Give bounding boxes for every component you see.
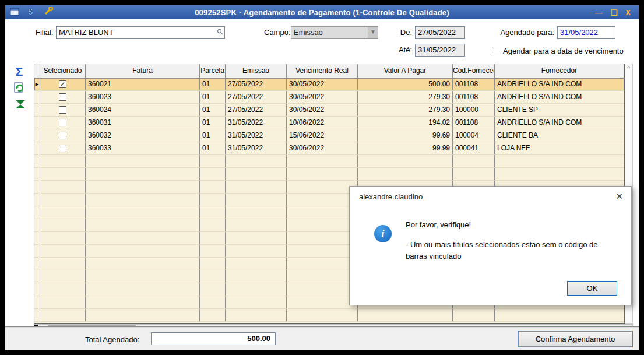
cell-fatura[interactable]: 360023	[86, 91, 200, 103]
close-button[interactable]: X	[625, 8, 631, 17]
cell-emissao[interactable]: 31/05/2022	[226, 129, 287, 142]
campo-dropdown[interactable]: Emissao▼	[291, 26, 378, 39]
column-header-valor[interactable]: Valor A Pagar	[358, 64, 453, 78]
agendado-input[interactable]: 31/05/2022	[557, 26, 615, 39]
table-row[interactable]: 3600240127/05/202230/05/2022279.30100000…	[34, 104, 624, 117]
dialog-close-icon[interactable]: ✕	[615, 191, 623, 202]
row-checkbox[interactable]	[59, 93, 66, 101]
de-label: De:	[393, 27, 412, 38]
grid-header: Selecionado Fatura Parcela Emissão Venci…	[34, 64, 624, 78]
cell-fornecedor[interactable]: ANDRIELLO S/A IND COM	[495, 78, 624, 90]
cell-vencimento[interactable]: 10/06/2022	[287, 117, 358, 129]
maximize-button[interactable]: ❑	[611, 8, 618, 17]
cell-selecionado	[40, 129, 86, 142]
cell-parcela	[200, 309, 226, 321]
cell-valor[interactable]: 279.30	[358, 104, 453, 116]
cell-fornecedor[interactable]: ANDRIELLO S/A IND COM	[495, 117, 624, 129]
cell-valor[interactable]: 500.00	[358, 78, 453, 90]
row-marker	[34, 206, 40, 219]
refresh-legend-icon[interactable]	[12, 82, 26, 96]
sum-icon[interactable]: Σ	[12, 65, 26, 79]
cell-parcela	[200, 270, 226, 283]
cell-fornecedor[interactable]: ANDRIELLO S/A IND COM	[495, 91, 624, 103]
cell-parcela	[200, 232, 226, 244]
cell-fatura[interactable]: 360021	[86, 78, 200, 90]
cell-selecionado	[40, 296, 86, 308]
cell-emissao[interactable]: 27/05/2022	[226, 78, 287, 90]
cell-vencimento[interactable]: 30/05/2022	[287, 78, 358, 90]
cell-vencimento[interactable]: 30/05/2022	[287, 91, 358, 103]
cell-fatura[interactable]: 360024	[86, 104, 200, 116]
row-checkbox[interactable]: ✓	[59, 80, 66, 88]
column-header-parcela[interactable]: Parcela	[200, 64, 226, 78]
cell-cod-fornecedor[interactable]: 001108	[453, 117, 495, 129]
table-row[interactable]: 3600310131/05/202210/06/2022194.02001108…	[34, 117, 624, 129]
cell-vencimento	[287, 309, 358, 321]
cell-parcela[interactable]: 01	[200, 91, 226, 103]
table-row[interactable]: 3600320131/05/202215/06/202299.69100004C…	[34, 129, 624, 142]
cell-cod-fornecedor[interactable]: 100000	[453, 104, 495, 116]
table-row[interactable]: ▶✓3600210127/05/202230/05/2022500.000011…	[34, 78, 624, 91]
cell-vencimento[interactable]: 15/06/2022	[287, 129, 358, 142]
chevron-down-icon[interactable]: ▼	[368, 27, 378, 38]
cell-fornecedor[interactable]: LOJA NFE	[495, 142, 624, 154]
cell-fornecedor[interactable]: CLIENTE BA	[495, 129, 624, 142]
cell-valor[interactable]: 194.02	[358, 117, 453, 129]
cell-vencimento[interactable]: 30/06/2022	[287, 142, 358, 154]
cell-parcela[interactable]: 01	[200, 104, 226, 116]
confirm-schedule-button[interactable]: Confirma Agendamento	[518, 331, 632, 347]
cell-valor[interactable]: 99.69	[358, 129, 453, 142]
cell-emissao[interactable]: 31/05/2022	[226, 142, 287, 154]
cell-parcela[interactable]: 01	[200, 117, 226, 129]
column-header-selecionado[interactable]: Selecionado	[40, 64, 86, 78]
column-header-emissao[interactable]: Emissão	[226, 64, 287, 78]
cell-fatura[interactable]: 360032	[86, 129, 200, 142]
cell-valor[interactable]: 99.99	[358, 142, 453, 154]
de-input[interactable]: 27/05/2022	[415, 26, 465, 39]
minimize-button[interactable]: —	[595, 8, 603, 17]
cell-selecionado	[40, 232, 86, 244]
column-header-marker	[34, 64, 40, 78]
cell-emissao[interactable]: 31/05/2022	[226, 117, 287, 129]
cell-cod-fornecedor[interactable]: 000041	[453, 142, 495, 154]
row-marker	[34, 245, 40, 257]
filial-input[interactable]: MATRIZ BLUNT	[56, 26, 225, 39]
row-checkbox[interactable]	[59, 106, 66, 114]
cell-parcela[interactable]: 01	[200, 142, 226, 154]
row-checkbox[interactable]	[59, 132, 66, 139]
table-row[interactable]: 3600330131/05/202230/06/202299.99000041L…	[34, 142, 624, 155]
cell-emissao[interactable]: 27/05/2022	[226, 104, 287, 116]
cell-selecionado	[40, 104, 86, 116]
cell-parcela[interactable]: 01	[200, 78, 226, 90]
cell-valor[interactable]: 279.30	[358, 91, 453, 103]
scroll-up-icon[interactable]: ^	[625, 64, 632, 72]
row-marker	[34, 155, 40, 167]
cell-cod-fornecedor[interactable]: 001108	[453, 78, 495, 90]
column-header-fornecedor[interactable]: Fornecedor	[495, 64, 624, 78]
vencimento-checkbox[interactable]	[492, 47, 499, 54]
cell-emissao[interactable]: 27/05/2022	[226, 91, 287, 103]
cell-fatura	[86, 206, 200, 219]
cell-cod-fornecedor[interactable]: 001108	[453, 91, 495, 103]
column-header-vencimento[interactable]: Vencimento Real	[287, 64, 358, 78]
ate-input[interactable]: 31/05/2022	[415, 44, 465, 57]
cell-selecionado	[40, 181, 86, 193]
cell-vencimento[interactable]: 30/05/2022	[287, 104, 358, 116]
cell-parcela[interactable]: 01	[200, 129, 226, 142]
filter-icon[interactable]	[13, 100, 27, 114]
cell-cod-fornecedor[interactable]: 100004	[453, 129, 495, 142]
magnifier-icon[interactable]	[217, 28, 223, 37]
cell-fatura[interactable]: 360031	[86, 117, 200, 129]
row-checkbox[interactable]	[59, 119, 66, 126]
table-row[interactable]: 3600230127/05/202230/05/2022279.30001108…	[34, 91, 624, 104]
ok-button[interactable]: OK	[567, 281, 617, 296]
column-header-cod-fornecedor[interactable]: Cód.Fornecedor	[453, 64, 495, 78]
cell-vencimento	[287, 232, 358, 244]
cell-fornecedor[interactable]: CLIENTE SP	[495, 104, 624, 116]
column-header-fatura[interactable]: Fatura	[86, 64, 200, 78]
cell-fatura	[86, 296, 200, 308]
row-checkbox[interactable]	[59, 145, 66, 152]
wrench-icon[interactable]	[44, 7, 53, 17]
cell-fatura[interactable]: 360033	[86, 142, 200, 154]
cell-emissao	[226, 258, 287, 270]
